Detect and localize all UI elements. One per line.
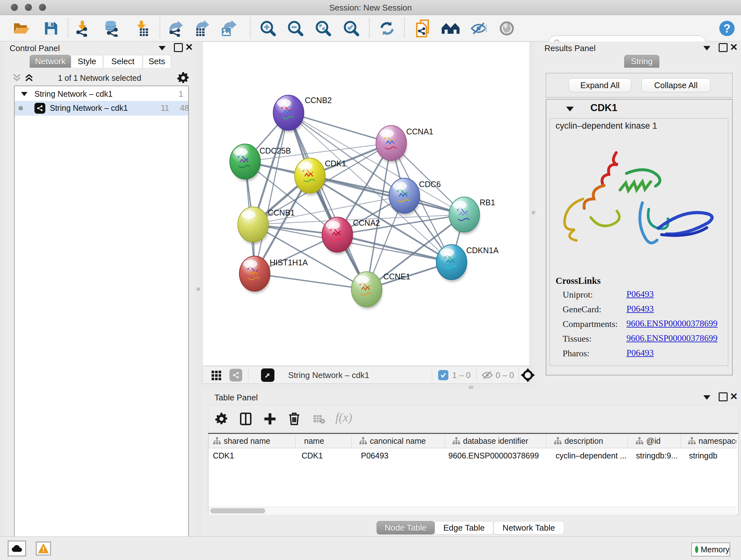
apply-layout-refresh-button[interactable]	[378, 19, 396, 37]
open-session-button[interactable]	[13, 19, 30, 37]
column-separator[interactable]	[445, 435, 445, 447]
bottom-splitter-handle[interactable]	[468, 386, 474, 389]
zoom-selected-button[interactable]	[342, 19, 360, 37]
results-panel-float-icon[interactable]	[719, 43, 728, 52]
left-splitter-handle[interactable]	[197, 287, 200, 291]
results-panel-close-icon[interactable]: ✕	[730, 42, 738, 53]
hide-unhide-button[interactable]	[470, 19, 488, 37]
collection-expand-icon[interactable]	[21, 92, 27, 96]
column-separator[interactable]	[546, 435, 546, 447]
tab-style[interactable]: Style	[71, 55, 103, 68]
node-CDC25B[interactable]: CDC25B	[230, 144, 291, 181]
tab-network[interactable]: Network	[30, 55, 71, 68]
control-panel-float-icon[interactable]	[174, 43, 183, 52]
column-header[interactable]: canonical name	[370, 436, 426, 446]
table-panel-close-icon[interactable]: ✕	[730, 391, 738, 402]
home-networks-button[interactable]	[442, 19, 460, 37]
help-button[interactable]: ?	[718, 19, 736, 37]
column-header[interactable]: @id	[646, 436, 661, 446]
export-network-button[interactable]	[167, 19, 185, 37]
selected-nodes-checkbox[interactable]	[438, 370, 448, 380]
network-options-button[interactable]	[176, 71, 190, 85]
node-CDKN1A[interactable]: CDKN1A	[436, 245, 499, 282]
gene-collapse-icon[interactable]	[566, 107, 574, 111]
column-separator[interactable]	[295, 435, 295, 447]
detach-view-button[interactable]	[261, 368, 274, 382]
table-cell[interactable]: CDK1	[301, 451, 323, 460]
edge-CDK1-RB1[interactable]	[310, 176, 464, 214]
crosslink-tissues-link[interactable]: 9606.ENSP00000378699	[626, 333, 718, 343]
table-cell[interactable]: P06493	[361, 451, 388, 460]
delete-column-button[interactable]	[287, 412, 301, 426]
create-column-button[interactable]	[263, 412, 277, 426]
zoom-in-button[interactable]	[259, 19, 277, 37]
node-CCNB2[interactable]: CCNB2	[273, 95, 332, 132]
crosslink-compartments-link[interactable]: 9606.ENSP00000378699	[626, 318, 718, 328]
cloud-status-button[interactable]	[8, 541, 26, 557]
edge-HIST1H1A-CCNE1[interactable]	[255, 273, 367, 289]
tab-sets[interactable]: Sets	[143, 55, 171, 68]
column-header[interactable]: database identifier	[463, 436, 528, 446]
table-cell[interactable]: stringdb:9...	[636, 451, 678, 460]
tab-node-table[interactable]: Node Table	[377, 521, 434, 535]
edge-CCNB2-HIST1H1A[interactable]	[255, 113, 288, 273]
control-panel-close-icon[interactable]: ✕	[185, 42, 193, 53]
network-graph[interactable]: CCNB2CCNA1CDC25BCDK1CDC6RB1CCNB1CCNA2CDK…	[203, 42, 529, 366]
right-splitter-handle[interactable]	[532, 211, 535, 214]
network-row-selected[interactable]: String Network – cdk1 11 48	[15, 101, 188, 116]
node-CCNA1[interactable]: CCNA1	[376, 125, 433, 163]
birds-eye-view-button[interactable]	[521, 368, 535, 382]
tab-edge-table[interactable]: Edge Table	[434, 521, 493, 535]
export-table-button[interactable]	[193, 19, 211, 37]
table-cell[interactable]: CDK1	[213, 451, 234, 460]
network-collection-row[interactable]: String Network – cdk1 1	[15, 87, 188, 101]
node-HIST1H1A[interactable]: HIST1H1A	[239, 256, 308, 294]
table-cell[interactable]: 9606.ENSP00000378699	[448, 451, 539, 460]
table-hscrollbar-thumb[interactable]	[210, 508, 265, 513]
column-header[interactable]: name	[304, 436, 324, 446]
column-header[interactable]: description	[564, 436, 603, 446]
main-toolbar: ?	[0, 15, 741, 42]
control-panel-menu-icon[interactable]	[158, 46, 165, 51]
zoom-out-button[interactable]	[286, 19, 305, 37]
table-hscrollbar[interactable]	[208, 507, 737, 515]
table-cell[interactable]: stringdb	[689, 451, 718, 460]
expand-all-button[interactable]: Expand All	[569, 78, 631, 92]
tab-string[interactable]: String	[624, 55, 659, 68]
crosslink-genecard-link[interactable]: P06493	[626, 304, 654, 314]
results-panel-menu-icon[interactable]	[703, 46, 711, 51]
show-columns-button[interactable]	[239, 412, 253, 426]
grid-view-button[interactable]	[210, 369, 222, 381]
column-separator[interactable]	[351, 435, 352, 447]
node-CCNE1[interactable]: CCNE1	[351, 272, 410, 309]
table-panel-float-icon[interactable]	[719, 392, 728, 401]
column-separator[interactable]	[627, 435, 628, 447]
node-CCNA2[interactable]: CCNA2	[322, 217, 380, 254]
presentation-mode-button[interactable]	[498, 19, 516, 37]
save-session-button[interactable]	[42, 19, 60, 37]
crosslink-pharos-link[interactable]: P06493	[626, 348, 654, 358]
column-header[interactable]: namespace	[698, 436, 736, 446]
network-view-type-button[interactable]	[229, 369, 242, 381]
table-cell[interactable]: cyclin–dependent ...	[556, 451, 626, 460]
node-CDK1[interactable]: CDK1	[294, 158, 346, 195]
string-import-button[interactable]	[414, 19, 432, 38]
hidden-items-indicator[interactable]	[481, 370, 494, 380]
column-separator[interactable]	[681, 435, 681, 447]
collapse-all-button[interactable]: Collapse All	[642, 78, 711, 92]
network-canvas[interactable]: CCNB2CCNA1CDC25BCDK1CDC6RB1CCNB1CCNA2CDK…	[202, 42, 530, 366]
warnings-button[interactable]	[36, 542, 51, 556]
tab-network-table[interactable]: Network Table	[493, 521, 564, 535]
import-network-file-button[interactable]	[74, 19, 91, 37]
node-RB1[interactable]: RB1	[449, 197, 495, 234]
column-header[interactable]: shared name	[224, 436, 270, 446]
table-options-button[interactable]	[214, 412, 229, 426]
memory-button[interactable]: Memory	[691, 543, 730, 557]
crosslink-uniprot-link[interactable]: P06493	[626, 289, 654, 299]
tab-select[interactable]: Select	[103, 55, 143, 68]
table-panel-menu-icon[interactable]	[703, 395, 711, 400]
export-image-button[interactable]	[219, 19, 237, 37]
zoom-fit-button[interactable]	[314, 19, 332, 37]
import-network-from-database-button[interactable]	[103, 19, 121, 37]
import-table-file-button[interactable]	[133, 19, 151, 37]
